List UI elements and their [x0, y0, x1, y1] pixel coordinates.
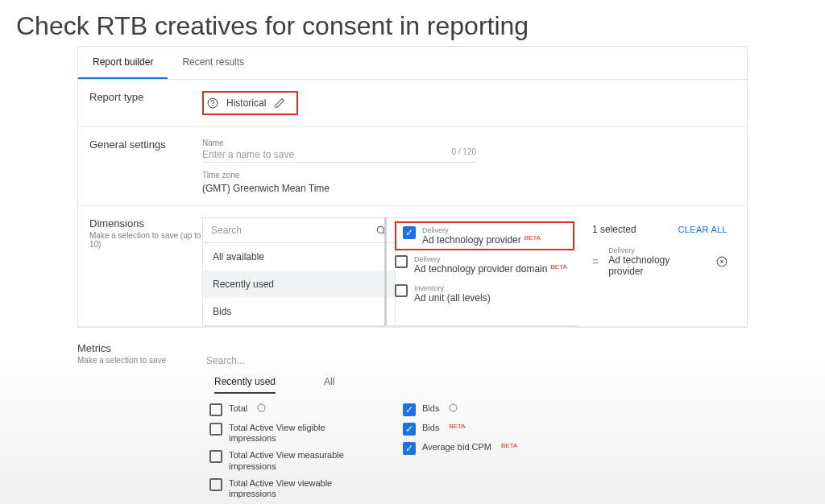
- name-input[interactable]: Enter a name to save 0 / 120: [202, 147, 476, 163]
- metrics-col-right: ✓Bids ✓BidsBETA ✓Average bid CPMBETA: [403, 400, 564, 504]
- report-type-label: Report type: [89, 91, 202, 115]
- svg-point-1: [213, 105, 214, 106]
- clear-all-button[interactable]: CLEAR ALL: [678, 225, 728, 234]
- checkbox-icon[interactable]: ✓: [403, 442, 416, 455]
- dimensions-category-list: Search All available Recently used Bids: [202, 217, 396, 326]
- name-placeholder: Enter a name to save: [202, 149, 294, 160]
- checkbox-icon[interactable]: [395, 284, 408, 297]
- checkbox-icon[interactable]: ✓: [403, 226, 416, 239]
- dimensions-label: Dimensions Make a selection to save (up …: [89, 217, 202, 326]
- help-icon[interactable]: [207, 97, 218, 109]
- dimensions-sublabel: Make a selection to save (up to 10): [89, 231, 202, 249]
- checkbox-icon[interactable]: [395, 255, 408, 268]
- category-recently-used[interactable]: Recently used: [203, 271, 395, 298]
- checkbox-icon[interactable]: [209, 423, 222, 436]
- report-panel: Report builder Recent results Report typ…: [77, 46, 748, 328]
- category-all-available[interactable]: All available: [203, 243, 395, 271]
- svg-point-5: [450, 404, 457, 411]
- selected-count: 1 selected: [592, 224, 636, 235]
- dimensions-body: Search All available Recently used Bids …: [202, 217, 736, 326]
- checkbox-icon[interactable]: ✓: [403, 423, 416, 436]
- general-settings-row: General settings Name Enter a name to sa…: [78, 127, 747, 206]
- metric-name: Bids: [422, 423, 439, 433]
- dimension-item-ad-technology-provider[interactable]: ✓ Delivery Ad technology providerBETA: [395, 221, 574, 250]
- help-icon[interactable]: [257, 403, 266, 412]
- metric-name: Average bid CPM: [422, 442, 491, 452]
- name-counter: 0 / 120: [451, 147, 476, 160]
- metric-name: Total Active View eligible impressions: [229, 423, 371, 444]
- metric-item[interactable]: ✓Bids: [403, 400, 564, 419]
- dimensions-row: Dimensions Make a selection to save (up …: [78, 206, 747, 327]
- metric-name: Total Active View measurable impressions: [229, 450, 371, 471]
- selected-dimension-item: = Delivery Ad technology provider: [592, 246, 728, 277]
- page-title: Check RTB creatives for consent in repor…: [0, 0, 825, 46]
- beta-badge: BETA: [449, 423, 465, 430]
- dimensions-items-list: ✓ Delivery Ad technology providerBETA De…: [384, 217, 578, 326]
- dimension-category: Delivery: [414, 255, 567, 263]
- metric-name: Bids: [422, 403, 439, 414]
- metric-item[interactable]: Total Active View viewable impressions: [209, 475, 371, 502]
- beta-badge: BETA: [524, 234, 541, 242]
- beta-badge: BETA: [501, 442, 517, 449]
- general-settings-label: General settings: [89, 138, 202, 194]
- metric-name: Total: [229, 403, 247, 414]
- help-icon[interactable]: [449, 403, 458, 412]
- dimensions-search[interactable]: Search: [203, 218, 395, 243]
- selected-dimension-name: Ad technology provider: [608, 254, 707, 277]
- dimension-category: Inventory: [414, 284, 491, 292]
- metrics-tab-all[interactable]: All: [324, 376, 334, 394]
- svg-point-2: [377, 226, 383, 233]
- dimension-name: Ad unit (all levels): [414, 292, 491, 304]
- tab-report-builder[interactable]: Report builder: [78, 47, 168, 79]
- timezone-label: Time zone: [202, 171, 736, 180]
- metrics-tabs: Recently used All: [214, 376, 748, 397]
- dimension-name: Ad technology provider: [422, 234, 521, 246]
- report-type-highlight: Historical: [202, 91, 298, 115]
- report-type-value: Historical: [226, 97, 266, 109]
- dimension-item-ad-unit[interactable]: Inventory Ad unit (all levels): [387, 279, 578, 308]
- metric-item[interactable]: ✓Average bid CPMBETA: [403, 439, 564, 458]
- drag-handle-icon[interactable]: =: [592, 255, 599, 268]
- svg-point-4: [258, 404, 265, 411]
- checkbox-icon[interactable]: [209, 403, 222, 416]
- dimension-category: Delivery: [422, 226, 541, 234]
- metric-item[interactable]: Total Active View measurable impressions: [209, 447, 371, 474]
- metric-item[interactable]: Total Active View eligible impressions: [209, 419, 371, 447]
- metric-item[interactable]: Total: [209, 400, 371, 419]
- tabs-bar: Report builder Recent results: [78, 47, 747, 80]
- checkbox-icon[interactable]: [209, 478, 222, 491]
- pencil-icon[interactable]: [274, 97, 285, 109]
- dimensions-selected-panel: 1 selected CLEAR ALL = Delivery Ad techn…: [578, 217, 736, 326]
- tab-recent-results[interactable]: Recent results: [168, 47, 259, 79]
- checkbox-icon[interactable]: [209, 450, 222, 463]
- metrics-columns: Total Total Active View eligible impress…: [209, 400, 748, 504]
- name-field-label: Name: [202, 138, 736, 147]
- beta-badge: BETA: [550, 263, 566, 271]
- category-bids[interactable]: Bids: [203, 298, 395, 325]
- metrics-label: Metrics: [77, 342, 748, 354]
- timezone-value: (GMT) Greenwich Mean Time: [202, 183, 736, 194]
- metric-name: Total Active View viewable impressions: [229, 478, 371, 499]
- metric-item[interactable]: ✓BidsBETA: [403, 419, 564, 439]
- metrics-tab-recently-used[interactable]: Recently used: [214, 376, 276, 394]
- checkbox-icon[interactable]: ✓: [403, 403, 416, 416]
- report-type-row: Report type Historical: [78, 80, 747, 127]
- metrics-section: Metrics Make a selection to save Search.…: [77, 342, 748, 504]
- dimension-name: Ad technology provider domain: [414, 263, 547, 275]
- search-placeholder: Search: [211, 225, 242, 236]
- metrics-search[interactable]: Search...: [206, 355, 748, 366]
- remove-icon[interactable]: [716, 256, 728, 267]
- selected-dimension-category: Delivery: [608, 246, 707, 254]
- dimension-item-ad-technology-provider-domain[interactable]: Delivery Ad technology provider domainBE…: [387, 250, 578, 279]
- metrics-col-left: Total Total Active View eligible impress…: [209, 400, 371, 504]
